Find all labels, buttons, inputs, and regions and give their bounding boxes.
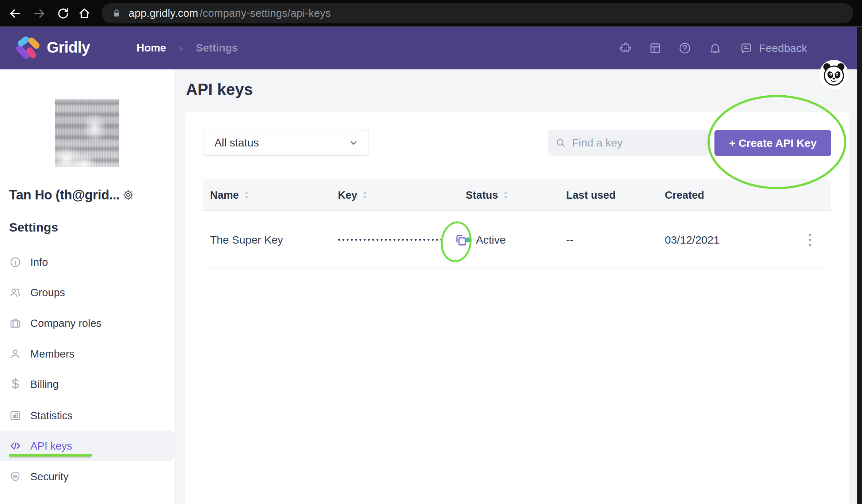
dollar-icon: $: [9, 377, 22, 392]
sidebar-item-label: Statistics: [30, 410, 73, 422]
status-active-dot: [466, 237, 471, 243]
help-icon[interactable]: [678, 27, 692, 69]
api-keys-table: Name Key Status Last used: [203, 179, 831, 268]
layout-panel-icon[interactable]: [648, 27, 662, 69]
code-icon: [9, 440, 22, 452]
reload-icon[interactable]: [56, 7, 70, 20]
feedback-label: Feedback: [759, 42, 807, 54]
panda-avatar-icon: [819, 60, 848, 89]
column-header-last-used: Last used: [566, 179, 615, 211]
sidebar-item-label: Members: [30, 348, 75, 360]
shield-check-icon: [9, 470, 22, 483]
column-label: Created: [665, 189, 704, 201]
sort-icon: [244, 191, 249, 199]
chevron-down-icon: [348, 137, 359, 148]
integrations-puzzle-icon[interactable]: [618, 27, 632, 69]
bar-chart-icon: [9, 409, 22, 422]
masked-key: •••••••••••••••••••••••••: [338, 236, 444, 244]
home-icon[interactable]: [77, 7, 91, 20]
breadcrumb-separator-icon: ›: [179, 42, 183, 54]
feedback-chat-icon: [739, 41, 753, 55]
screen: app.gridly.com /company-settings/api-key…: [0, 0, 862, 504]
sidebar-item-groups[interactable]: Groups: [0, 277, 175, 308]
cell-actions: [805, 211, 815, 268]
sidebar-section-title: Settings: [9, 220, 58, 234]
sidebar-item-api-keys[interactable]: API keys: [0, 431, 175, 461]
row-menu-kebab-icon[interactable]: [805, 230, 815, 250]
sidebar-item-statistics[interactable]: Statistics: [0, 400, 175, 431]
sidebar-item-label: API keys: [30, 440, 72, 452]
annotation-underline: [9, 454, 92, 457]
notifications-bell-icon[interactable]: [708, 27, 722, 69]
breadcrumb-home[interactable]: Home: [137, 42, 166, 54]
search-box: [548, 130, 709, 156]
cell-created: 03/12/2021: [665, 211, 720, 268]
table-row: The Super Key ••••••••••••••••••••••••• …: [203, 211, 831, 268]
back-icon[interactable]: [8, 7, 22, 20]
company-avatar-image: [55, 99, 119, 167]
url-domain: app.gridly.com: [129, 7, 198, 19]
status-filter-select[interactable]: All status: [203, 130, 369, 156]
sidebar-item-label: Security: [30, 471, 69, 483]
gear-icon[interactable]: [122, 189, 134, 201]
api-keys-panel: All status + Create API Key Name Key: [185, 112, 849, 504]
info-icon: [9, 256, 22, 268]
account-row: Tan Ho (th@grid...: [9, 187, 166, 203]
url-bar[interactable]: app.gridly.com /company-settings/api-key…: [102, 3, 853, 23]
browser-toolbar: app.gridly.com /company-settings/api-key…: [0, 0, 862, 27]
user-icon: [9, 348, 22, 360]
feedback-button[interactable]: Feedback: [739, 27, 807, 69]
account-name: Tan Ho (th@grid...: [9, 187, 120, 203]
sidebar-item-billing[interactable]: $ Billing: [0, 369, 175, 400]
cell-key-value: •••••••••••••••••••••••••: [338, 211, 468, 268]
gridly-logo-icon: [15, 35, 42, 60]
status-label: Active: [476, 234, 506, 246]
table-header: Name Key Status Last used: [203, 179, 831, 211]
cell-status: Active: [466, 211, 506, 268]
breadcrumb-settings[interactable]: Settings: [196, 42, 238, 54]
column-header-status[interactable]: Status: [466, 179, 508, 211]
column-label: Last used: [566, 189, 615, 201]
user-avatar[interactable]: [819, 60, 848, 89]
sidebar-item-label: Company roles: [30, 317, 102, 329]
sidebar-item-info[interactable]: Info: [0, 247, 175, 278]
column-header-key[interactable]: Key: [338, 179, 367, 211]
sort-icon: [362, 191, 367, 199]
main-content: API keys All status + Create API Key Nam…: [175, 69, 857, 504]
breadcrumb: Home › Settings: [137, 27, 238, 69]
sidebar-item-members[interactable]: Members: [0, 339, 175, 369]
sidebar-item-label: Info: [30, 256, 48, 268]
app-header: Gridly Home › Settings Feedback: [0, 27, 857, 69]
users-icon: [9, 286, 22, 299]
sidebar-item-security[interactable]: Security: [0, 461, 175, 492]
cell-key-name: The Super Key: [210, 211, 283, 268]
browser-scrollbar[interactable]: [857, 27, 862, 504]
url-path: /company-settings/api-keys: [200, 7, 331, 19]
column-label: Key: [338, 189, 357, 201]
column-header-created: Created: [665, 179, 704, 211]
search-icon: [555, 137, 566, 148]
brand-name: Gridly: [47, 39, 90, 56]
cell-last-used: --: [566, 211, 573, 268]
sidebar: Tan Ho (th@grid... Settings Info Groups …: [0, 69, 175, 504]
status-filter-value: All status: [214, 137, 259, 149]
page-title: API keys: [186, 80, 253, 99]
column-header-name[interactable]: Name: [210, 179, 249, 211]
forward-icon[interactable]: [33, 7, 46, 20]
search-input[interactable]: [572, 137, 693, 149]
column-label: Status: [466, 189, 498, 201]
gridly-logo[interactable]: Gridly: [15, 35, 90, 60]
sort-icon: [503, 191, 508, 199]
lock-icon: [111, 8, 122, 19]
column-label: Name: [210, 189, 239, 201]
briefcase-icon: [9, 317, 22, 329]
sidebar-item-company-roles[interactable]: Company roles: [0, 308, 175, 339]
sidebar-item-label: Billing: [30, 378, 58, 390]
create-api-key-button[interactable]: + Create API Key: [714, 130, 831, 156]
sidebar-item-label: Groups: [30, 287, 65, 299]
